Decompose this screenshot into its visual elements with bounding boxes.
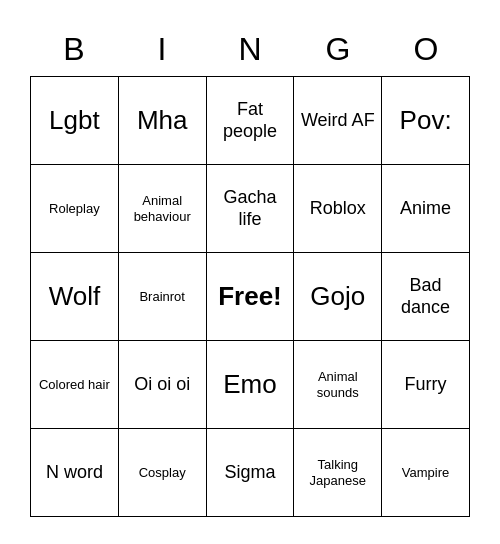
header-letter: G [294, 27, 382, 72]
bingo-cell: Free! [207, 253, 295, 341]
bingo-cell: Brainrot [119, 253, 207, 341]
bingo-cell: Mha [119, 77, 207, 165]
bingo-cell: Roblox [294, 165, 382, 253]
bingo-grid: LgbtMhaFat peopleWeird AFPov:RoleplayAni… [30, 76, 470, 517]
bingo-header: BINGO [30, 27, 470, 72]
bingo-cell: Gojo [294, 253, 382, 341]
bingo-cell: Emo [207, 341, 295, 429]
bingo-cell: Animal sounds [294, 341, 382, 429]
header-letter: O [382, 27, 470, 72]
header-letter: B [30, 27, 118, 72]
bingo-cell: Vampire [382, 429, 470, 517]
bingo-cell: Colored hair [31, 341, 119, 429]
bingo-cell: Animal behaviour [119, 165, 207, 253]
bingo-cell: Talking Japanese [294, 429, 382, 517]
bingo-cell: Gacha life [207, 165, 295, 253]
bingo-cell: Lgbt [31, 77, 119, 165]
bingo-cell: Furry [382, 341, 470, 429]
bingo-cell: Wolf [31, 253, 119, 341]
bingo-cell: Cosplay [119, 429, 207, 517]
bingo-cell: N word [31, 429, 119, 517]
bingo-cell: Roleplay [31, 165, 119, 253]
bingo-cell: Sigma [207, 429, 295, 517]
header-letter: I [118, 27, 206, 72]
bingo-cell: Fat people [207, 77, 295, 165]
bingo-card: BINGO LgbtMhaFat peopleWeird AFPov:Rolep… [20, 17, 480, 527]
bingo-cell: Pov: [382, 77, 470, 165]
bingo-cell: Oi oi oi [119, 341, 207, 429]
bingo-cell: Anime [382, 165, 470, 253]
bingo-cell: Bad dance [382, 253, 470, 341]
bingo-cell: Weird AF [294, 77, 382, 165]
header-letter: N [206, 27, 294, 72]
